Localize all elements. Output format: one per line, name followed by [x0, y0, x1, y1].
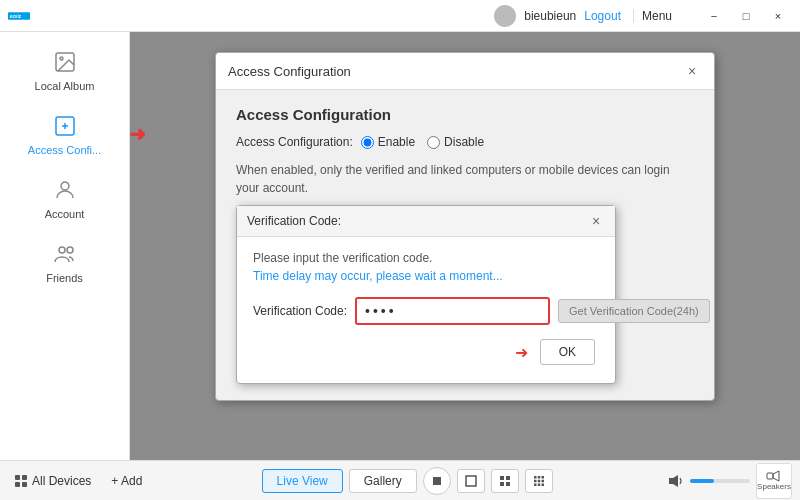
svg-rect-27	[538, 483, 541, 486]
enable-radio[interactable]: Enable	[361, 135, 415, 149]
sidebar-item-local-album[interactable]: Local Album	[0, 40, 129, 100]
grid-9-button[interactable]	[525, 469, 553, 493]
svg-rect-16	[500, 476, 504, 480]
disable-label: Disable	[444, 135, 484, 149]
logo: ezviz	[8, 5, 30, 27]
config-row: Access Configuration: Enable Disable	[236, 135, 694, 149]
menu-label[interactable]: Menu	[633, 9, 680, 23]
access-icon	[51, 112, 79, 140]
disable-radio-input[interactable]	[427, 136, 440, 149]
enable-radio-input[interactable]	[361, 136, 374, 149]
svg-rect-11	[22, 475, 27, 480]
vd-code-row: Verification Code: Get Verification Code…	[253, 297, 599, 325]
close-button[interactable]: ×	[764, 5, 792, 27]
vd-body: Please input the verification code. Time…	[237, 237, 615, 383]
sidebar: Local Album Access Confi... ➜	[0, 32, 130, 460]
all-devices-button[interactable]: All Devices	[8, 470, 97, 492]
grid1-icon	[465, 475, 477, 487]
modal-overlay: Access Configuration × Access Configurat…	[130, 32, 800, 460]
speakers-label: Speakers	[757, 482, 791, 491]
main-layout: Local Album Access Confi... ➜	[0, 32, 800, 460]
image-icon	[51, 48, 79, 76]
ezviz-logo-icon: ezviz	[8, 5, 30, 27]
verification-dialog-wrapper: Verification Code: × Please input the ve…	[236, 205, 694, 384]
svg-text:ezviz: ezviz	[10, 13, 22, 18]
get-verification-code-button[interactable]: Get Verification Code(24h)	[558, 299, 710, 323]
disable-radio[interactable]: Disable	[427, 135, 484, 149]
svg-rect-23	[534, 479, 537, 482]
config-label: Access Configuration:	[236, 135, 353, 149]
add-label: + Add	[111, 474, 142, 488]
svg-point-8	[59, 247, 65, 253]
top-bar: ezviz bieubieun Logout Menu − □ ×	[0, 0, 800, 32]
modal-body: Access Configuration Access Configuratio…	[216, 90, 714, 400]
svg-point-7	[61, 182, 69, 190]
vd-desc2: Time delay may occur, please wait a mome…	[253, 269, 599, 283]
grid-4-button[interactable]	[491, 469, 519, 493]
stop-icon	[431, 475, 443, 487]
live-view-tab[interactable]: Live View	[262, 469, 343, 493]
volume-icon	[666, 472, 684, 490]
sidebar-item-label: Friends	[46, 272, 83, 284]
svg-marker-29	[669, 475, 678, 487]
svg-rect-17	[506, 476, 510, 480]
modal-heading: Access Configuration	[236, 106, 694, 123]
sidebar-item-account[interactable]: Account	[0, 168, 129, 228]
bottom-bar: All Devices + Add Live View Gallery	[0, 460, 800, 500]
sidebar-item-label: Account	[45, 208, 85, 220]
radio-group: Enable Disable	[361, 135, 484, 149]
svg-rect-28	[541, 483, 544, 486]
vd-desc1: Please input the verification code.	[253, 251, 599, 265]
add-button[interactable]: + Add	[105, 470, 148, 492]
modal-description: When enabled, only the verified and link…	[236, 161, 694, 197]
svg-rect-10	[15, 475, 20, 480]
vd-footer: ➜ OK	[253, 339, 599, 369]
svg-point-3	[60, 57, 63, 60]
vd-ok-button[interactable]: OK	[540, 339, 595, 365]
sidebar-item-friends[interactable]: Friends	[0, 232, 129, 292]
top-bar-right: bieubieun Logout Menu − □ ×	[494, 5, 792, 27]
svg-rect-26	[534, 483, 537, 486]
minimize-button[interactable]: −	[700, 5, 728, 27]
modal-close-button[interactable]: ×	[682, 61, 702, 81]
stop-button[interactable]	[423, 467, 451, 495]
modal-title-bar: Access Configuration ×	[216, 53, 714, 90]
speakers-button[interactable]: Speakers	[756, 463, 792, 499]
all-devices-label: All Devices	[32, 474, 91, 488]
svg-rect-14	[433, 477, 441, 485]
svg-rect-25	[541, 479, 544, 482]
svg-marker-31	[773, 471, 779, 481]
grid-1-button[interactable]	[457, 469, 485, 493]
grid4-icon	[499, 475, 511, 487]
account-icon	[51, 176, 79, 204]
sidebar-item-access-config[interactable]: Access Confi... ➜	[0, 104, 129, 164]
grid9-icon	[533, 475, 545, 487]
window-controls: − □ ×	[700, 5, 792, 27]
svg-rect-12	[15, 482, 20, 487]
vd-close-button[interactable]: ×	[587, 212, 605, 230]
svg-rect-18	[500, 482, 504, 486]
svg-rect-21	[538, 476, 541, 479]
bottom-center: Live View Gallery	[156, 467, 658, 495]
avatar	[494, 5, 516, 27]
gallery-tab[interactable]: Gallery	[349, 469, 417, 493]
svg-rect-20	[534, 476, 537, 479]
svg-rect-30	[767, 473, 773, 479]
content-area: Access Configuration × Access Configurat…	[130, 32, 800, 460]
svg-rect-22	[541, 476, 544, 479]
vd-title: Verification Code:	[247, 214, 341, 228]
svg-rect-13	[22, 482, 27, 487]
verification-dialog: Verification Code: × Please input the ve…	[236, 205, 616, 384]
volume-slider[interactable]	[690, 479, 750, 483]
access-config-modal: Access Configuration × Access Configurat…	[215, 52, 715, 401]
friends-icon	[51, 240, 79, 268]
speaker-icon	[766, 470, 782, 482]
svg-rect-19	[506, 482, 510, 486]
svg-rect-15	[466, 476, 476, 486]
devices-icon	[14, 474, 28, 488]
username-label: bieubieun	[524, 9, 576, 23]
maximize-button[interactable]: □	[732, 5, 760, 27]
logout-link[interactable]: Logout	[584, 9, 621, 23]
modal-title: Access Configuration	[228, 64, 351, 79]
verification-code-input[interactable]	[355, 297, 550, 325]
